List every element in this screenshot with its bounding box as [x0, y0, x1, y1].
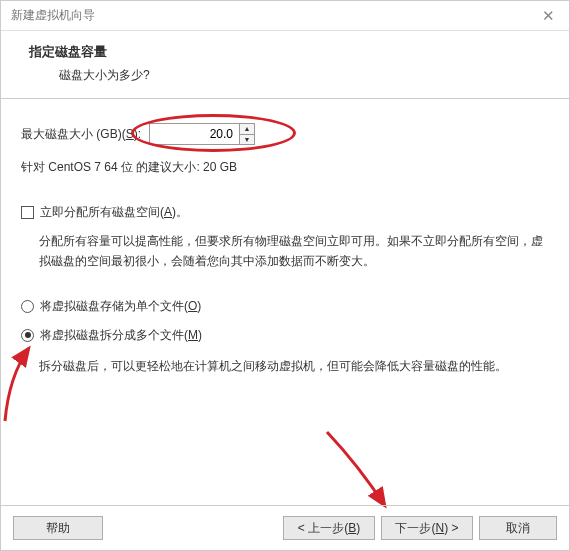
multi-file-radio[interactable] [21, 329, 34, 342]
page-title: 指定磁盘容量 [29, 43, 551, 61]
recommended-size: 针对 CentOS 7 64 位 的建议大小: 20 GB [21, 159, 549, 176]
close-icon[interactable]: ✕ [538, 7, 559, 25]
disk-size-spinner[interactable]: ▲ ▼ [149, 123, 255, 145]
multi-file-description: 拆分磁盘后，可以更轻松地在计算机之间移动虚拟机，但可能会降低大容量磁盘的性能。 [39, 356, 549, 376]
window-title: 新建虚拟机向导 [11, 7, 95, 24]
wizard-header: 指定磁盘容量 磁盘大小为多少? [1, 31, 569, 99]
back-button[interactable]: < 上一步(B) [283, 516, 375, 540]
button-bar: 帮助 < 上一步(B) 下一步(N) > 取消 [1, 505, 569, 550]
single-file-label: 将虚拟磁盘存储为单个文件(O) [40, 298, 201, 315]
annotation-arrow-next [319, 426, 399, 516]
page-subtitle: 磁盘大小为多少? [59, 67, 551, 84]
spinner-up-icon[interactable]: ▲ [240, 124, 254, 135]
help-button[interactable]: 帮助 [13, 516, 103, 540]
cancel-button[interactable]: 取消 [479, 516, 557, 540]
disk-size-label: 最大磁盘大小 (GB)(S): [21, 126, 141, 143]
allocate-description: 分配所有容量可以提高性能，但要求所有物理磁盘空间立即可用。如果不立即分配所有空间… [39, 231, 549, 272]
allocate-now-checkbox[interactable] [21, 206, 34, 219]
disk-size-input[interactable] [149, 123, 239, 145]
allocate-now-label: 立即分配所有磁盘空间(A)。 [40, 204, 188, 221]
next-button[interactable]: 下一步(N) > [381, 516, 473, 540]
spinner-down-icon[interactable]: ▼ [240, 135, 254, 145]
multi-file-label: 将虚拟磁盘拆分成多个文件(M) [40, 327, 202, 344]
single-file-radio[interactable] [21, 300, 34, 313]
